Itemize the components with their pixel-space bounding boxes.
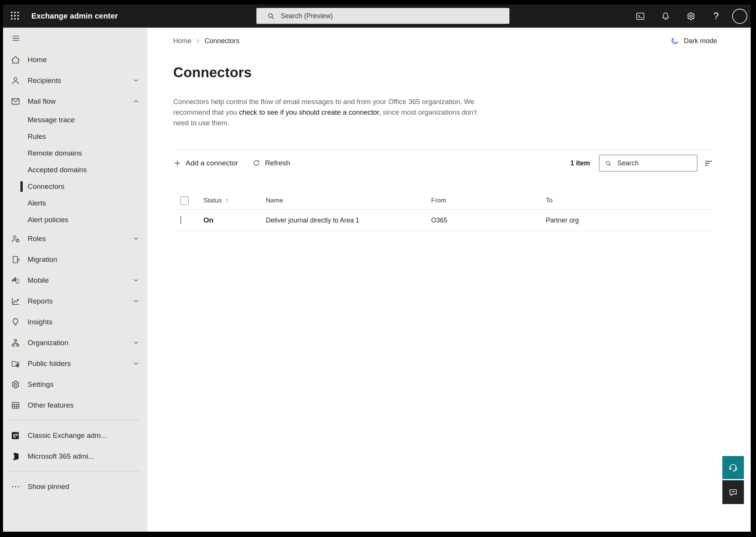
sidebar-divider [8, 471, 141, 472]
column-label: From [431, 197, 446, 204]
other-features-icon [11, 400, 20, 410]
topbar-icon-group: ? [635, 5, 748, 28]
row-checkbox[interactable] [180, 216, 181, 224]
sidebar-item-label: Show pinned [28, 483, 69, 491]
column-header-status[interactable]: Status↑ [203, 197, 266, 204]
account-avatar [732, 8, 748, 24]
list-toolbar: Add a connector Refresh 1 item [173, 154, 715, 173]
row-to: Partner org [546, 216, 715, 224]
column-header-to[interactable]: To [546, 197, 715, 204]
chevron-right-icon [195, 38, 201, 44]
select-all-checkbox-cell [173, 196, 203, 205]
plus-icon [173, 159, 182, 167]
help-button[interactable]: ? [711, 11, 721, 21]
column-label: Status [203, 197, 222, 204]
notifications-button[interactable] [660, 11, 671, 21]
sidebar-item-label: Accepted domains [28, 166, 87, 174]
sidebar-item-label: Microsoft 365 admi... [28, 452, 94, 461]
list-search-box[interactable] [599, 155, 697, 171]
sidebar-item-label: Mobile [28, 276, 49, 285]
support-button[interactable] [722, 456, 744, 479]
row-status: On [203, 216, 266, 224]
sidebar-item-roles[interactable]: Roles [3, 228, 147, 249]
sort-asc-icon: ↑ [225, 197, 228, 204]
sidebar-item-show-pinned[interactable]: Show pinned [3, 476, 147, 497]
sidebar-item-label: Remote domains [28, 149, 82, 157]
table-row[interactable]: OnDeliver journal directly to Area 1O365… [173, 209, 715, 231]
row-name: Deliver journal directly to Area 1 [266, 216, 431, 224]
powershell-icon [635, 11, 645, 21]
sidebar-item-label: Other features [28, 401, 73, 409]
sidebar-item-public-folders[interactable]: Public folders [3, 353, 147, 374]
add-connector-label: Add a connector [186, 159, 238, 167]
sidebar-item-label: Mail flow [28, 97, 56, 106]
table-header-row: Status↑NameFromTo [173, 191, 715, 209]
sidebar-item-label: Reports [28, 297, 53, 305]
column-header-from[interactable]: From [431, 197, 546, 204]
column-label: Name [266, 197, 283, 204]
powershell-button[interactable] [635, 11, 645, 21]
column-header-name[interactable]: Name [266, 197, 431, 204]
sidebar-item-mail-flow[interactable]: Mail flow [3, 91, 147, 112]
sidebar-item-alert-policies[interactable]: Alert policies [3, 212, 147, 228]
sidebar-item-label: Home [28, 56, 47, 64]
sidebar-item-label: Roles [28, 235, 46, 243]
feedback-chat-icon [728, 487, 738, 497]
ellipsis-icon [11, 482, 20, 492]
organization-icon [11, 338, 20, 348]
refresh-button[interactable]: Refresh [252, 159, 290, 167]
sidebar-item-accepted-domains[interactable]: Accepted domains [3, 162, 147, 178]
filter-button[interactable] [703, 157, 715, 169]
public-folders-icon [11, 359, 20, 369]
app-launcher-button[interactable] [6, 8, 23, 25]
sidebar-item-organization[interactable]: Organization [3, 332, 147, 353]
settings-gear-button[interactable] [686, 11, 696, 21]
sidebar-item-microsoft-365-admin[interactable]: Microsoft 365 admi... [3, 446, 147, 467]
sidebar-item-rules[interactable]: Rules [3, 128, 147, 145]
page-description: Connectors help control the flow of emai… [173, 97, 491, 128]
refresh-label: Refresh [265, 159, 290, 167]
sidebar-item-alerts[interactable]: Alerts [3, 195, 147, 212]
sidebar-item-classic-exchange-admin[interactable]: EClassic Exchange adm... [3, 425, 147, 446]
sidebar-item-settings[interactable]: Settings [3, 374, 147, 395]
add-connector-button[interactable]: Add a connector [173, 159, 238, 167]
sidebar-item-remote-domains[interactable]: Remote domains [3, 145, 147, 162]
sidebar-item-label: Migration [28, 255, 57, 264]
hamburger-icon [11, 34, 22, 42]
row-from: O365 [431, 216, 546, 224]
classic-exchange-icon: E [11, 431, 20, 440]
account-avatar[interactable] [732, 8, 748, 24]
home-icon [11, 55, 20, 65]
sidebar-item-insights[interactable]: Insights [3, 311, 147, 332]
sidebar-item-home[interactable]: Home [3, 49, 147, 70]
chevron-up-icon [132, 97, 140, 105]
page-title: Connectors [173, 65, 715, 80]
refresh-icon [252, 159, 261, 167]
select-all-checkbox[interactable] [180, 196, 189, 205]
sidebar-item-other-features[interactable]: Other features [3, 395, 147, 416]
create-connector-check-link[interactable]: check to see if you should create a conn… [239, 108, 381, 116]
sidebar-item-label: Recipients [28, 76, 61, 85]
breadcrumb-home[interactable]: Home [173, 37, 191, 45]
floating-buttons [722, 456, 744, 504]
global-search-box[interactable]: Search (Preview) [256, 8, 509, 24]
filter-icon [703, 158, 715, 168]
microsoft-365-icon [11, 451, 20, 461]
feedback-button[interactable] [722, 480, 744, 504]
sidebar-item-reports[interactable]: Reports [3, 291, 147, 311]
list-search-input[interactable] [616, 159, 682, 168]
sidebar-item-migration[interactable]: Migration [3, 249, 147, 270]
sidebar-item-recipients[interactable]: Recipients [3, 70, 147, 91]
svg-text:E: E [13, 433, 16, 438]
sidebar-item-connectors[interactable]: Connectors [3, 178, 147, 195]
dark-mode-toggle[interactable]: Dark mode [668, 36, 719, 46]
hamburger-menu-button[interactable] [11, 34, 22, 42]
mobile-icon [11, 276, 20, 285]
sidebar-item-message-trace[interactable]: Message trace [3, 112, 147, 128]
sidebar-item-mobile[interactable]: Mobile [3, 270, 147, 291]
app-title: Exchange admin center [31, 12, 118, 20]
column-label: To [546, 197, 553, 204]
sidebar-divider [8, 420, 141, 420]
chevron-down-icon [132, 276, 140, 284]
item-count: 1 item [570, 159, 590, 167]
